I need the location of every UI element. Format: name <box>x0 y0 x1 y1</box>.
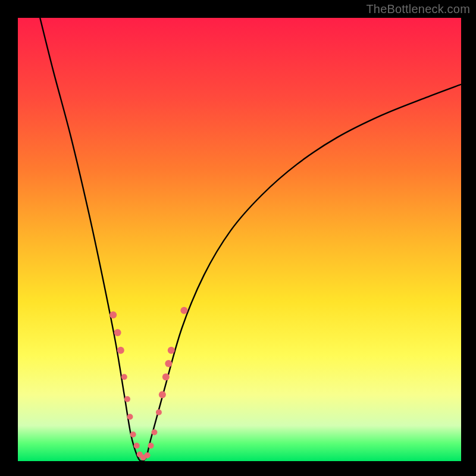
bottleneck-curve <box>40 18 461 461</box>
watermark-text: TheBottleneck.com <box>366 2 470 16</box>
data-marker <box>117 347 124 354</box>
data-marker <box>159 391 166 398</box>
data-marker <box>162 373 170 380</box>
data-markers <box>109 307 187 461</box>
data-marker <box>130 431 136 437</box>
chart-frame: TheBottleneck.com <box>0 0 476 476</box>
data-marker <box>109 311 117 318</box>
data-marker <box>114 329 121 336</box>
data-marker <box>165 360 172 367</box>
data-marker <box>180 307 187 314</box>
data-marker <box>127 414 133 420</box>
data-marker <box>134 443 140 449</box>
plot-area <box>18 18 461 461</box>
data-marker <box>124 396 130 402</box>
data-marker <box>156 409 162 415</box>
data-marker <box>121 374 127 380</box>
bottleneck-chart-svg <box>18 18 461 461</box>
data-marker <box>151 430 157 436</box>
data-marker <box>168 347 175 354</box>
data-marker <box>148 443 154 449</box>
data-marker <box>145 452 151 458</box>
